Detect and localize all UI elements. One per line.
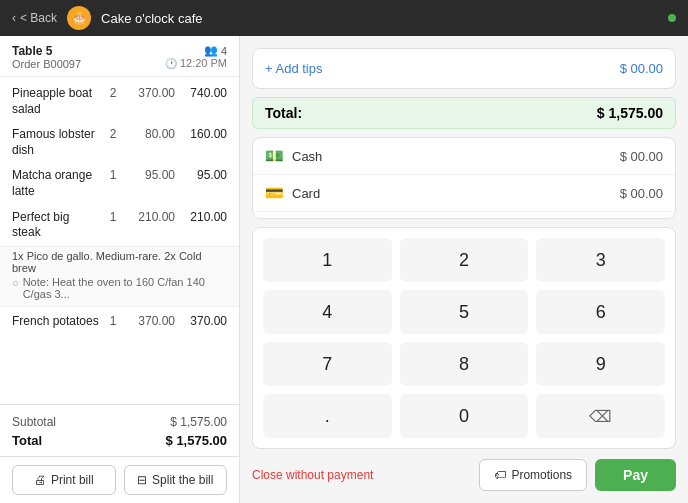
item-total: 370.00 <box>175 314 227 328</box>
item-price: 370.00 <box>125 314 175 328</box>
back-icon: ‹ <box>12 11 16 25</box>
item-qty: 2 <box>101 127 125 141</box>
add-tips-amount: $ 00.00 <box>620 61 663 76</box>
printer-icon: 🖨 <box>34 473 46 487</box>
grand-total-label: Total: <box>265 105 302 121</box>
add-tips-row[interactable]: + Add tips $ 00.00 <box>265 57 663 80</box>
guests-icon: 👥 <box>204 44 218 57</box>
payment-method-online[interactable]: 🔗 Pay online $ 00.00 <box>253 212 675 219</box>
status-dot <box>668 14 676 22</box>
note-icon: ○ <box>12 277 19 289</box>
total-value: $ 1,575.00 <box>166 433 227 448</box>
num-6[interactable]: 6 <box>536 290 665 334</box>
main-content: Table 5 Order B00097 👥 4 🕐 12:20 PM Pine… <box>0 36 688 503</box>
payment-method-cash[interactable]: 💵 Cash $ 00.00 <box>253 138 675 175</box>
left-panel: Table 5 Order B00097 👥 4 🕐 12:20 PM Pine… <box>0 36 240 503</box>
num-4[interactable]: 4 <box>263 290 392 334</box>
num-8[interactable]: 8 <box>400 342 529 386</box>
grand-total-section: Total: $ 1,575.00 <box>252 97 676 129</box>
bottom-actions: Close without payment 🏷 Promotions Pay <box>252 457 676 491</box>
split-bill-button[interactable]: ⊟ Split the bill <box>124 465 228 495</box>
item-qty: 1 <box>101 210 125 224</box>
subtotal-label: Subtotal <box>12 415 56 429</box>
order-id: Order B00097 <box>12 58 81 70</box>
backspace-button[interactable]: ⌫ <box>536 394 665 438</box>
close-without-payment-button[interactable]: Close without payment <box>252 468 373 482</box>
restaurant-name: Cake o'clock cafe <box>101 11 202 26</box>
item-total: 740.00 <box>175 86 227 100</box>
num-9[interactable]: 9 <box>536 342 665 386</box>
item-total: 95.00 <box>175 168 227 182</box>
left-actions: 🖨 Print bill ⊟ Split the bill <box>0 456 239 503</box>
order-item: Pineapple boat salad 2 370.00 740.00 <box>0 81 239 122</box>
order-item: Perfect big steak 1 210.00 210.00 <box>0 205 239 246</box>
total-row: Total $ 1,575.00 <box>12 431 227 450</box>
promotions-icon: 🏷 <box>494 468 506 482</box>
num-5[interactable]: 5 <box>400 290 529 334</box>
item-price: 210.00 <box>125 210 175 224</box>
item-total: 160.00 <box>175 127 227 141</box>
promotions-label: Promotions <box>511 468 572 482</box>
grand-total-amount: $ 1,575.00 <box>597 105 663 121</box>
numpad: 1 2 3 4 5 6 7 8 9 . 0 ⌫ <box>252 227 676 449</box>
num-7[interactable]: 7 <box>263 342 392 386</box>
print-bill-button[interactable]: 🖨 Print bill <box>12 465 116 495</box>
split-bill-label: Split the bill <box>152 473 213 487</box>
table-name: Table 5 <box>12 44 81 58</box>
card-label: Card <box>292 186 320 201</box>
cash-amount: $ 00.00 <box>620 149 663 164</box>
item-price: 95.00 <box>125 168 175 182</box>
order-items-list: Pineapple boat salad 2 370.00 740.00 Fam… <box>0 77 239 404</box>
num-1[interactable]: 1 <box>263 238 392 282</box>
item-name: French potatoes <box>12 314 101 330</box>
order-item: Famous lobster dish 2 80.00 160.00 <box>0 122 239 163</box>
item-total: 210.00 <box>175 210 227 224</box>
num-decimal[interactable]: . <box>263 394 392 438</box>
item-modifiers: 1x Pico de gallo. Medium-rare. 2x Cold b… <box>12 250 227 274</box>
order-item: French potatoes 1 370.00 370.00 <box>0 309 239 335</box>
item-note-text: Note: Heat the oven to 160 C/fan 140 C/g… <box>23 276 227 300</box>
num-3[interactable]: 3 <box>536 238 665 282</box>
restaurant-logo: 🎂 <box>67 6 91 30</box>
back-button[interactable]: ‹ < Back <box>12 11 57 25</box>
print-bill-label: Print bill <box>51 473 94 487</box>
card-icon: 💳 <box>265 184 284 202</box>
back-label: < Back <box>20 11 57 25</box>
num-0[interactable]: 0 <box>400 394 529 438</box>
item-price: 80.00 <box>125 127 175 141</box>
order-header: Table 5 Order B00097 👥 4 🕐 12:20 PM <box>0 36 239 77</box>
item-price: 370.00 <box>125 86 175 100</box>
order-time: 12:20 PM <box>180 57 227 69</box>
item-name: Matcha orange latte <box>12 168 101 199</box>
pay-button[interactable]: Pay <box>595 459 676 491</box>
item-modifiers-note: 1x Pico de gallo. Medium-rare. 2x Cold b… <box>0 246 239 307</box>
order-totals: Subtotal $ 1,575.00 Total $ 1,575.00 <box>0 404 239 456</box>
right-panel: + Add tips $ 00.00 Total: $ 1,575.00 💵 C… <box>240 36 688 503</box>
tips-total-section: + Add tips $ 00.00 <box>252 48 676 89</box>
subtotal-value: $ 1,575.00 <box>170 415 227 429</box>
item-qty: 1 <box>101 168 125 182</box>
order-item: Matcha orange latte 1 95.00 95.00 <box>0 163 239 204</box>
payment-method-card[interactable]: 💳 Card $ 00.00 <box>253 175 675 212</box>
item-qty: 2 <box>101 86 125 100</box>
clock-icon: 🕐 <box>165 58 177 69</box>
item-name: Famous lobster dish <box>12 127 101 158</box>
subtotal-row: Subtotal $ 1,575.00 <box>12 413 227 431</box>
add-tips-label: + Add tips <box>265 61 322 76</box>
cash-label: Cash <box>292 149 322 164</box>
cash-icon: 💵 <box>265 147 284 165</box>
topbar: ‹ < Back 🎂 Cake o'clock cafe <box>0 0 688 36</box>
total-label: Total <box>12 433 42 448</box>
guests-count: 4 <box>221 45 227 57</box>
num-2[interactable]: 2 <box>400 238 529 282</box>
payment-methods: 💵 Cash $ 00.00 💳 Card $ 00.00 🔗 Pay onli… <box>252 137 676 219</box>
promotions-button[interactable]: 🏷 Promotions <box>479 459 587 491</box>
card-amount: $ 00.00 <box>620 186 663 201</box>
item-qty: 1 <box>101 314 125 328</box>
item-name: Perfect big steak <box>12 210 101 241</box>
split-icon: ⊟ <box>137 473 147 487</box>
item-name: Pineapple boat salad <box>12 86 101 117</box>
